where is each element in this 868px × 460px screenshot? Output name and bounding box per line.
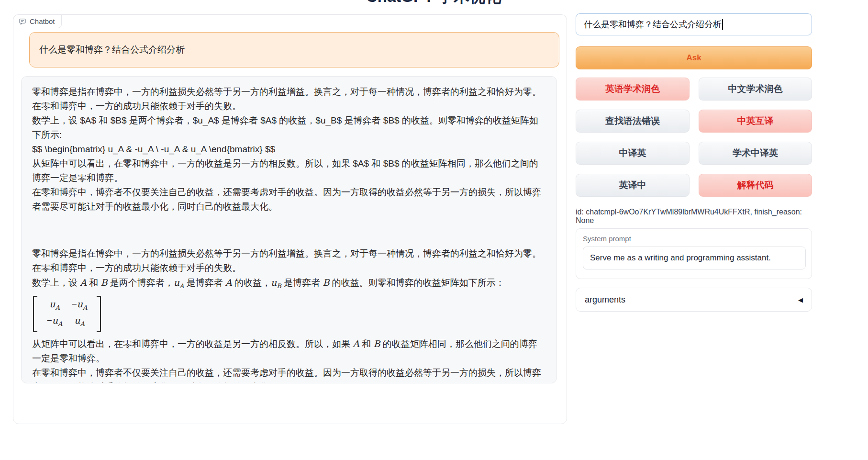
system-prompt-value: Serve me as a writing and programming as… xyxy=(590,253,771,263)
function-button[interactable]: 英语学术润色 xyxy=(576,78,690,101)
chat-bubble-icon xyxy=(19,18,26,25)
payoff-matrix: uA−uA−uAuA xyxy=(33,296,101,332)
ask-button-label: Ask xyxy=(686,53,701,63)
system-prompt-label: System prompt xyxy=(583,235,805,243)
bot-rendered-math-line: 数学上，设 A 和 B 是两个博弈者，uA 是博弈者 A 的收益，uB 是博弈者… xyxy=(32,275,546,293)
page: ChatGPT 学术优化 Chatbot 什么是零和博弈？结合公式介绍分析 零和… xyxy=(0,0,868,460)
function-button-grid: 英语学术润色中文学术润色查找语法错误中英互译中译英学术中译英英译中解释代码 xyxy=(576,78,812,197)
accordion-collapse-icon: ◀ xyxy=(798,296,803,303)
chatbot-panel: Chatbot 什么是零和博弈？结合公式介绍分析 零和博弈是指在博弈中，一方的利… xyxy=(13,14,567,424)
function-button[interactable]: 中文学术润色 xyxy=(699,78,812,101)
page-title: ChatGPT 学术优化 xyxy=(366,0,529,4)
function-button[interactable]: 英译中 xyxy=(576,174,690,197)
bot-message-raw-latex: 零和博弈是指在博弈中，一方的利益损失必然等于另一方的利益增益。换言之，对于每一种… xyxy=(32,85,546,214)
query-input-value: 什么是零和博弈？结合公式介绍分析 xyxy=(584,19,722,30)
chatbot-label: Chatbot xyxy=(13,14,62,28)
text-cursor xyxy=(722,19,723,30)
bot-rendered-paragraph-2: 从矩阵中可以看出，在零和博弈中，一方的收益是另一方的相反数。所以，如果 A 和 … xyxy=(32,337,546,383)
ask-button[interactable]: Ask xyxy=(576,46,812,69)
function-button[interactable]: 中译英 xyxy=(576,142,690,165)
user-message-text: 什么是零和博弈？结合公式介绍分析 xyxy=(39,44,185,56)
page-title-clipped: ChatGPT 学术优化 xyxy=(366,0,529,4)
function-button[interactable]: 学术中译英 xyxy=(699,142,812,165)
user-message-bubble: 什么是零和博弈？结合公式介绍分析 xyxy=(29,32,559,67)
system-prompt-group: System prompt Serve me as a writing and … xyxy=(576,228,812,279)
bot-message-rendered: 零和博弈是指在博弈中，一方的利益损失必然等于另一方的利益增益。换言之，对于每一种… xyxy=(32,247,546,383)
bot-rendered-paragraph-1: 零和博弈是指在博弈中，一方的利益损失必然等于另一方的利益增益。换言之，对于每一种… xyxy=(32,247,546,275)
arguments-accordion[interactable]: arguments ◀ xyxy=(576,288,812,312)
arguments-accordion-label: arguments xyxy=(585,295,625,305)
completion-meta-line: id: chatcmpl-6wOo7KrYTwMl89lbrMWRu4UkFFX… xyxy=(576,208,812,225)
function-button[interactable]: 解释代码 xyxy=(699,174,812,197)
function-button[interactable]: 中英互译 xyxy=(699,110,812,133)
system-prompt-input[interactable]: Serve me as a writing and programming as… xyxy=(583,247,806,269)
function-button[interactable]: 查找语法错误 xyxy=(576,110,690,133)
bot-message-bubble: 零和博弈是指在博弈中，一方的利益损失必然等于另一方的利益增益。换言之，对于每一种… xyxy=(21,76,557,383)
query-input[interactable]: 什么是零和博弈？结合公式介绍分析 xyxy=(576,13,812,35)
chatbot-label-text: Chatbot xyxy=(30,17,55,25)
